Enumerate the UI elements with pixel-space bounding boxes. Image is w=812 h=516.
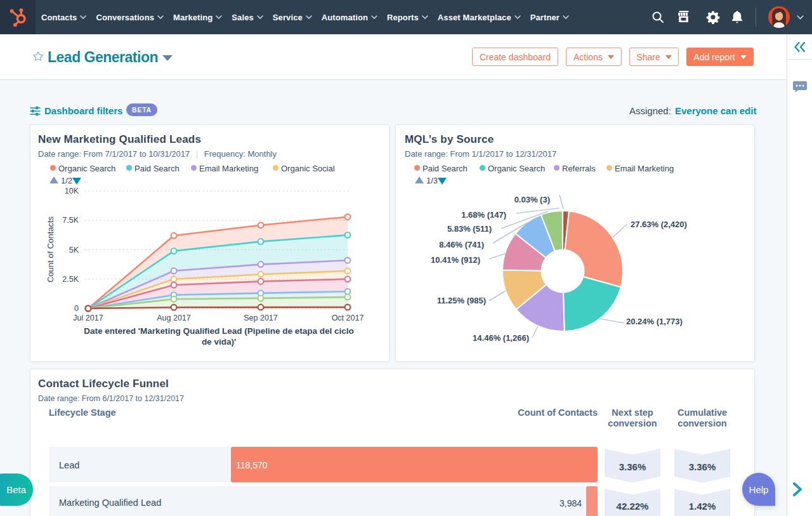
- svg-text:Jul 2017: Jul 2017: [73, 314, 103, 322]
- svg-text:de vida)': de vida)': [202, 337, 236, 347]
- svg-text:0.03% (3): 0.03% (3): [514, 195, 550, 204]
- svg-text:20.24% (1,773): 20.24% (1,773): [626, 317, 683, 326]
- svg-text:14.46% (1,266): 14.46% (1,266): [473, 333, 529, 343]
- svg-text:10.41% (912): 10.41% (912): [431, 255, 480, 265]
- svg-text:2.5K: 2.5K: [62, 275, 79, 284]
- svg-text:Aug 2017: Aug 2017: [157, 314, 191, 322]
- svg-text:1.68% (147): 1.68% (147): [461, 210, 506, 220]
- svg-text:0: 0: [74, 304, 79, 313]
- svg-text:Sep 2017: Sep 2017: [244, 314, 278, 322]
- svg-text:5K: 5K: [69, 246, 79, 255]
- svg-text:Oct 2017: Oct 2017: [332, 314, 364, 322]
- svg-text:Date entered 'Marketing Qualif: Date entered 'Marketing Qualified Lead (…: [84, 326, 354, 336]
- svg-text:8.46% (741): 8.46% (741): [439, 240, 484, 249]
- svg-text:27.63% (2,420): 27.63% (2,420): [631, 220, 687, 229]
- svg-text:10K: 10K: [65, 187, 79, 195]
- svg-text:Count of Contacts: Count of Contacts: [46, 216, 55, 282]
- svg-text:5.83% (511): 5.83% (511): [447, 224, 492, 234]
- svg-text:7.5K: 7.5K: [62, 216, 79, 225]
- svg-text:11.25% (985): 11.25% (985): [437, 296, 486, 305]
